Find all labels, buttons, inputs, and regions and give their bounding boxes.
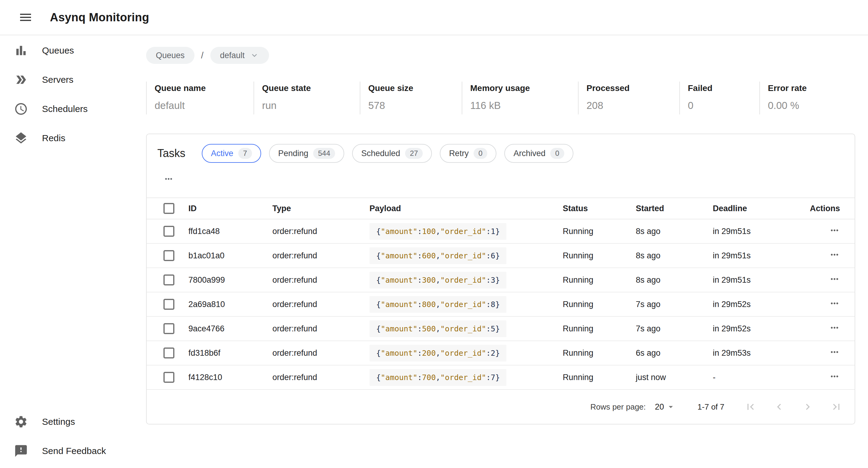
task-actions-cell xyxy=(829,225,855,238)
stat-label: Queue state xyxy=(262,83,360,93)
chevron-down-icon xyxy=(250,51,259,60)
table-row: fd318b6forder:refund{"amount":200,"order… xyxy=(147,341,855,366)
sidebar-item-label: Settings xyxy=(42,416,75,427)
row-actions-button[interactable] xyxy=(829,225,840,236)
task-type: order:refund xyxy=(272,373,370,382)
task-payload-cell: {"amount":100,"order_id":1} xyxy=(370,223,563,240)
sidebar-item-redis[interactable]: Redis xyxy=(0,124,146,153)
task-started: 7s ago xyxy=(636,324,713,334)
more-horiz-icon xyxy=(163,174,174,184)
task-deadline: - xyxy=(713,373,808,382)
row-checkbox-cell xyxy=(147,250,188,261)
row-checkbox[interactable] xyxy=(163,323,175,334)
row-checkbox[interactable] xyxy=(163,347,175,358)
task-id: b1ac01a0 xyxy=(188,251,272,260)
task-payload-cell: {"amount":500,"order_id":5} xyxy=(370,320,563,337)
row-checkbox-cell xyxy=(147,226,188,237)
rows-per-page-value: 20 xyxy=(655,402,664,412)
pagination: Rows per page: 20 1-7 of 7 xyxy=(147,390,855,424)
sidebar-item-schedulers[interactable]: Schedulers xyxy=(0,94,146,124)
task-deadline: in 29m52s xyxy=(713,300,808,309)
row-checkbox-cell xyxy=(147,275,188,285)
task-payload-cell: {"amount":800,"order_id":8} xyxy=(370,296,563,313)
column-header-type: Type xyxy=(272,204,370,213)
breadcrumb-separator: / xyxy=(201,51,204,61)
row-checkbox-cell xyxy=(147,347,188,358)
last-page-button[interactable] xyxy=(830,401,842,413)
sidebar-item-send-feedback[interactable]: Send Feedback xyxy=(0,436,146,466)
stat-error-rate: Error rate0.00 % xyxy=(760,82,855,115)
sidebar-item-label: Schedulers xyxy=(42,104,88,114)
row-actions-button[interactable] xyxy=(829,371,840,382)
row-actions-button[interactable] xyxy=(829,347,840,357)
prev-page-button[interactable] xyxy=(773,401,785,413)
task-id: 2a69a810 xyxy=(188,300,272,309)
task-payload: {"amount":200,"order_id":2} xyxy=(370,345,506,362)
sidebar-item-settings[interactable]: Settings xyxy=(0,407,146,436)
tab-count-badge: 27 xyxy=(405,148,423,159)
task-actions-cell xyxy=(829,371,855,384)
row-checkbox[interactable] xyxy=(163,372,175,383)
stat-queue-size: Queue size578 xyxy=(360,82,462,115)
row-checkbox[interactable] xyxy=(163,250,175,261)
header-checkbox-cell xyxy=(147,203,188,214)
stat-value: default xyxy=(155,100,253,112)
next-page-button[interactable] xyxy=(802,401,814,413)
task-type: order:refund xyxy=(272,300,370,309)
breadcrumb-queues-chip[interactable]: Queues xyxy=(146,47,194,64)
tab-retry[interactable]: Retry0 xyxy=(440,144,496,163)
tab-archived[interactable]: Archived0 xyxy=(504,144,573,163)
task-status: Running xyxy=(563,227,636,236)
stat-queue-name: Queue namedefault xyxy=(146,82,253,115)
tab-scheduled[interactable]: Scheduled27 xyxy=(352,144,432,163)
row-checkbox[interactable] xyxy=(163,275,175,285)
task-payload-cell: {"amount":300,"order_id":3} xyxy=(370,272,563,288)
table-more-button[interactable] xyxy=(163,174,174,184)
table-row: f4128c10order:refund{"amount":700,"order… xyxy=(147,366,855,390)
row-actions-button[interactable] xyxy=(829,298,840,309)
tab-count-badge: 544 xyxy=(313,148,335,159)
column-header-started: Started xyxy=(636,204,713,213)
table-row: b1ac01a0order:refund{"amount":600,"order… xyxy=(147,244,855,268)
app-bar: Asynq Monitoring xyxy=(0,0,868,35)
tab-pending[interactable]: Pending544 xyxy=(269,144,344,163)
select-all-checkbox[interactable] xyxy=(163,203,175,214)
stat-queue-state: Queue staterun xyxy=(253,82,360,115)
row-actions-button[interactable] xyxy=(829,322,840,333)
task-actions-cell xyxy=(829,274,855,287)
tasks-card-header: Tasks Active7Pending544Scheduled27Retry0… xyxy=(147,134,855,163)
rows-per-page-select[interactable]: 20 xyxy=(655,402,676,412)
stat-label: Queue name xyxy=(155,83,253,93)
row-checkbox[interactable] xyxy=(163,299,175,310)
column-header-actions: Actions xyxy=(810,204,855,213)
row-actions-button[interactable] xyxy=(829,249,840,260)
sidebar-item-servers[interactable]: Servers xyxy=(0,65,146,94)
double-arrow-icon xyxy=(14,73,28,87)
table-row: 2a69a810order:refund{"amount":800,"order… xyxy=(147,292,855,317)
row-checkbox[interactable] xyxy=(163,226,175,237)
queue-selector-chip[interactable]: default xyxy=(210,47,269,64)
task-actions-cell xyxy=(829,249,855,262)
hamburger-menu-button[interactable] xyxy=(18,9,33,25)
first-page-button[interactable] xyxy=(744,401,756,413)
sidebar-item-queues[interactable]: Queues xyxy=(0,36,146,65)
breadcrumb-current-label: default xyxy=(220,51,245,60)
task-actions-cell xyxy=(829,298,855,311)
more-horiz-icon xyxy=(829,322,840,333)
stat-processed: Processed208 xyxy=(578,82,679,115)
table-header-row: IDTypePayloadStatusStartedDeadlineAction… xyxy=(147,197,855,219)
task-id: 9ace4766 xyxy=(188,324,272,334)
task-deadline: in 29m52s xyxy=(713,324,808,334)
column-header-payload: Payload xyxy=(370,204,563,213)
tab-count-badge: 0 xyxy=(550,148,564,159)
sidebar-item-label: Servers xyxy=(42,74,73,85)
row-actions-button[interactable] xyxy=(829,274,840,284)
task-state-tabs: Active7Pending544Scheduled27Retry0Archiv… xyxy=(202,144,574,163)
row-checkbox-cell xyxy=(147,372,188,383)
task-started: just now xyxy=(636,373,713,382)
pagination-nav xyxy=(744,401,842,413)
task-deadline: in 29m51s xyxy=(713,227,808,236)
task-id: fd318b6f xyxy=(188,348,272,358)
task-started: 6s ago xyxy=(636,348,713,358)
tab-active[interactable]: Active7 xyxy=(202,144,261,163)
